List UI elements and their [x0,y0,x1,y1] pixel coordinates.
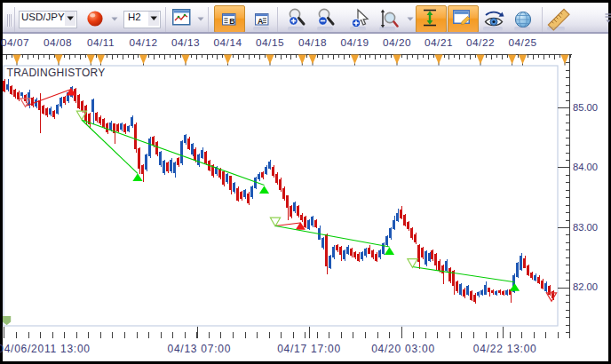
svg-text:04/17 17:00: 04/17 17:00 [277,343,341,355]
svg-text:04/11: 04/11 [87,36,115,49]
svg-text:04/08: 04/08 [44,36,72,49]
svg-text:TRADINGHISTORY: TRADINGHISTORY [7,67,106,79]
svg-text:04/06/2011 13:00: 04/06/2011 13:00 [0,343,91,355]
svg-text:04/07: 04/07 [1,36,29,49]
svg-text:82.00: 82.00 [573,281,598,292]
svg-text:04/18: 04/18 [298,36,327,49]
svg-text:84.00: 84.00 [573,162,598,172]
svg-text:04/15: 04/15 [256,36,284,49]
svg-text:04/22: 04/22 [466,36,495,49]
svg-text:04/14: 04/14 [213,36,242,49]
svg-text:04/12: 04/12 [129,36,157,49]
svg-text:04/22 13:00: 04/22 13:00 [473,343,537,355]
svg-text:04/19: 04/19 [340,36,369,49]
svg-text:04/21: 04/21 [425,36,453,49]
svg-text:83.00: 83.00 [573,222,598,233]
svg-text:04/25: 04/25 [508,36,536,49]
svg-text:85.00: 85.00 [573,102,598,113]
svg-text:04/13 07:00: 04/13 07:00 [167,343,231,355]
svg-text:04/20: 04/20 [383,36,411,49]
svg-text:04/13: 04/13 [171,36,200,49]
svg-text:04/20 03:00: 04/20 03:00 [371,343,435,355]
